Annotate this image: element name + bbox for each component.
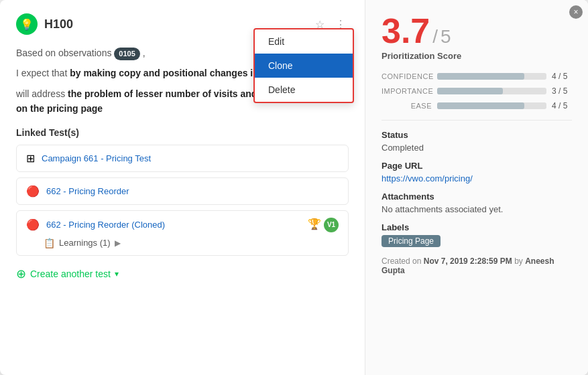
test-item-cloned: 🔴 662 - Pricing Reorder (Cloned) 🏆 V1 📋 … <box>16 210 349 256</box>
metric-bar-fill <box>437 102 524 109</box>
labels-tags: Pricing Page <box>381 235 572 247</box>
cloned-header: 🔴 662 - Pricing Reorder (Cloned) 🏆 V1 <box>26 218 339 232</box>
metric-bar-fill <box>437 73 524 80</box>
metric-row-ease: EASE4 / 5 <box>381 101 572 110</box>
chevron-down-icon: ▾ <box>115 269 119 279</box>
status-value: Completed <box>381 143 572 153</box>
page-url-label: Page URL <box>381 161 572 171</box>
create-test-label: Create another test <box>30 269 111 279</box>
test-name-campaign: Campaign 661 - Pricing Test <box>42 153 151 163</box>
metric-name: IMPORTANCE <box>381 87 432 95</box>
dropdown-delete[interactable]: Delete <box>255 78 353 102</box>
test-icon-ab: 🔴 <box>26 185 40 198</box>
created-info: Created on Nov 7, 2019 2:28:59 PM by Ane… <box>381 256 572 275</box>
hypothesis-title: H100 <box>44 17 73 31</box>
badge-count: 0105 <box>114 48 139 61</box>
status-label: Status <box>381 130 572 140</box>
metric-bar-container <box>437 73 546 80</box>
metric-row-importance: IMPORTANCE3 / 5 <box>381 86 572 96</box>
linked-tests-label: Linked Test(s) <box>16 127 349 138</box>
test-icon-grid: ⊞ <box>26 152 35 165</box>
metrics-container: CONFIDENCE4 / 5IMPORTANCE3 / 5EASE4 / 5 <box>381 72 572 110</box>
cloned-name: 662 - Pricing Reorder (Cloned) <box>46 220 165 230</box>
dropdown-edit[interactable]: Edit <box>255 29 353 54</box>
metric-name: EASE <box>381 102 432 110</box>
created-date: Nov 7, 2019 2:28:59 PM <box>424 256 512 266</box>
left-panel: 💡 H100 ☆ ⋮ Edit Clone Delete Based on ob… <box>0 0 365 375</box>
metric-score: 3 / 5 <box>552 86 572 96</box>
score-number: 3.7 <box>381 13 430 48</box>
test-item-reorder[interactable]: 🔴 662 - Pricing Reorder <box>16 177 349 205</box>
cloned-badges: 🏆 V1 <box>308 218 339 232</box>
score-section: 3.7 / 5 <box>381 13 572 48</box>
right-panel: 3.7 / 5 Prioritization Score CONFIDENCE4… <box>365 0 588 375</box>
test-item-campaign[interactable]: ⊞ Campaign 661 - Pricing Test <box>16 145 349 172</box>
learnings-text: Learnings (1) <box>59 238 111 248</box>
test-name-reorder: 662 - Pricing Reorder <box>46 186 129 196</box>
header-left: 💡 H100 <box>16 13 73 35</box>
metric-row-confidence: CONFIDENCE4 / 5 <box>381 72 572 81</box>
cloned-left: 🔴 662 - Pricing Reorder (Cloned) <box>26 218 165 231</box>
attachments-value: No attachments associated yet. <box>381 204 572 214</box>
trophy-icon: 🏆 <box>308 218 321 232</box>
pricing-page-tag[interactable]: Pricing Page <box>381 235 440 247</box>
metric-bar-container <box>437 88 546 94</box>
learnings-row[interactable]: 📋 Learnings (1) ▶ <box>26 238 339 248</box>
cloned-icon: 🔴 <box>26 218 40 231</box>
main-container: × 💡 H100 ☆ ⋮ Edit Clone Delete <box>0 0 588 375</box>
metric-score: 4 / 5 <box>552 101 572 110</box>
prioritization-label: Prioritization Score <box>381 51 572 61</box>
chevron-right-icon: ▶ <box>115 238 121 248</box>
learnings-icon: 📋 <box>44 238 55 248</box>
metric-score: 4 / 5 <box>552 72 572 81</box>
hypothesis-icon: 💡 <box>16 13 38 35</box>
labels-label: Labels <box>381 222 572 232</box>
dropdown-menu: Edit Clone Delete <box>253 28 354 103</box>
page-url-value: https://vwo.com/pricing/ <box>381 173 572 183</box>
metric-bar-container <box>437 102 546 109</box>
metric-bar-fill <box>437 88 503 94</box>
close-button[interactable]: × <box>569 5 583 19</box>
create-test-button[interactable]: ⊕ Create another test ▾ <box>16 267 119 281</box>
metric-name: CONFIDENCE <box>381 72 432 80</box>
dropdown-clone[interactable]: Clone <box>255 54 353 78</box>
attachments-label: Attachments <box>381 192 572 202</box>
page-url-link[interactable]: https://vwo.com/pricing/ <box>381 173 473 183</box>
plus-icon: ⊕ <box>16 267 26 281</box>
score-max: 5 <box>440 26 451 48</box>
v1-badge: V1 <box>324 218 339 232</box>
score-divider: / <box>432 26 438 48</box>
divider-1 <box>381 120 572 121</box>
